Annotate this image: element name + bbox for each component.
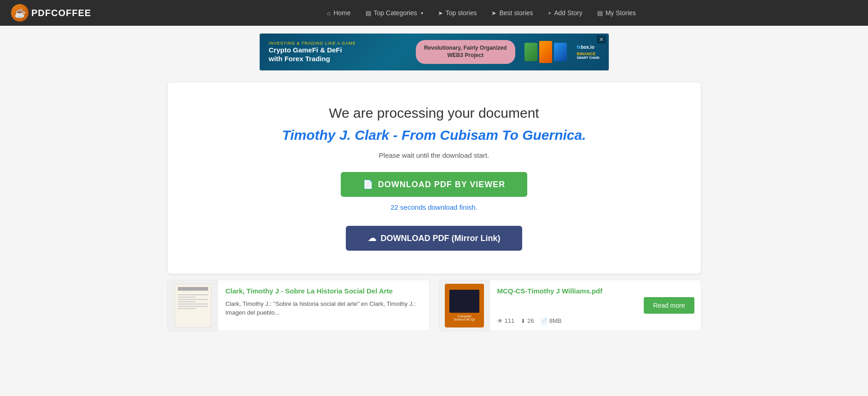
categories-icon: ▤ — [366, 10, 371, 17]
nav-top-stories[interactable]: ➤ Top stories — [431, 6, 484, 20]
ad-card-1 — [524, 43, 537, 61]
story-card-2: ComputerScience MCQs MCQ-CS-Timothy J Wi… — [439, 280, 701, 331]
related-section: Clark, Timothy J - Sobre La Historia Soc… — [0, 280, 868, 350]
mirror-download-icon: ☁ — [368, 233, 376, 243]
story-card-1: Clark, Timothy J - Sobre La Historia Soc… — [167, 280, 430, 331]
wait-text: Please wait until the download start. — [186, 151, 682, 159]
story-thumbnail-1 — [168, 280, 218, 331]
file-size: 8MB — [549, 317, 562, 324]
processing-title: We are processing your document — [186, 105, 682, 121]
download-icon: 📄 — [363, 179, 373, 189]
ad-banner-container: ✕ INVESTING & TRADING LIKE A GAME Crypto… — [0, 26, 868, 76]
story-meta-2: 👁 111 ⬇ 26 📄 8MB — [497, 317, 637, 324]
ad-logos: fxbox.io BINANCE SMART CHAIN — [577, 45, 600, 59]
story-title-2[interactable]: MCQ-CS-Timothy J Williams.pdf — [497, 287, 637, 296]
ad-card-images — [524, 41, 567, 63]
main-content: We are processing your document Timothy … — [0, 76, 868, 280]
meta-views: 👁 111 — [497, 317, 515, 324]
best-stories-icon: ➤ — [491, 10, 496, 17]
top-stories-icon: ➤ — [438, 10, 443, 17]
nav-categories-label: Top Categories — [374, 9, 417, 17]
chevron-down-icon: ▾ — [421, 11, 423, 16]
nav-my-stories-label: My Stories — [606, 9, 636, 17]
file-icon: 📄 — [541, 318, 548, 324]
nav-top-categories[interactable]: ▤ Top Categories ▾ — [359, 6, 430, 20]
meta-downloads: ⬇ 26 — [521, 317, 534, 324]
ad-small-text: INVESTING & TRADING LIKE A GAME — [269, 41, 407, 46]
nav-best-stories[interactable]: ➤ Best stories — [485, 6, 539, 20]
nav-best-stories-label: Best stories — [499, 9, 533, 17]
eye-icon: 👁 — [497, 318, 503, 324]
my-stories-icon: ▤ — [597, 10, 603, 17]
read-more-button[interactable]: Read more — [644, 297, 694, 314]
story-title-1[interactable]: Clark, Timothy J - Sobre La Historia Soc… — [226, 287, 422, 296]
ad-right-section: fxbox.io BINANCE SMART CHAIN — [524, 41, 600, 63]
nav-top-stories-label: Top stories — [446, 9, 477, 17]
nav-home[interactable]: ⌂ Home — [320, 6, 357, 20]
download-count-icon: ⬇ — [521, 318, 525, 324]
download-pdf-viewer-button[interactable]: 📄 DOWNLOAD PDF BY VIEWER — [341, 172, 528, 197]
meta-size: 📄 8MB — [541, 317, 562, 324]
ad-logo-binance: BINANCE SMART CHAIN — [577, 52, 600, 59]
navbar: ☕ PDFCOFFEE ⌂ Home ▤ Top Categories ▾ ➤ … — [0, 0, 868, 26]
home-icon: ⌂ — [327, 10, 331, 17]
story-thumbnail-2: ComputerScience MCQs — [439, 280, 490, 331]
ad-banner[interactable]: ✕ INVESTING & TRADING LIKE A GAME Crypto… — [259, 33, 609, 71]
ad-cta-button[interactable]: Revolutionary, Fairly Organized WEB3 Pro… — [416, 40, 515, 63]
brand-logo-icon: ☕ — [11, 4, 29, 22]
views-count: 111 — [505, 317, 515, 324]
ad-close-button[interactable]: ✕ — [597, 35, 606, 44]
brand-name: PDFCOFFEE — [31, 8, 91, 18]
ad-logo-fxbox: fxbox.io — [577, 45, 600, 50]
processing-card: We are processing your document Timothy … — [167, 82, 701, 274]
ad-card-3 — [554, 43, 567, 61]
thumb-computer-icon: ComputerScience MCQs — [445, 284, 484, 327]
nav-links: ⌂ Home ▤ Top Categories ▾ ➤ Top stories … — [106, 6, 857, 20]
download-mirror-button[interactable]: ☁ DOWNLOAD PDF (Mirror Link) — [346, 226, 523, 251]
story-excerpt-1: Clark, Timothy J.: "Sobre la historia so… — [226, 299, 422, 325]
story-info-2: MCQ-CS-Timothy J Williams.pdf 👁 111 ⬇ 26… — [490, 280, 644, 331]
document-title: Timothy J. Clark - From Cubisam To Guern… — [186, 127, 682, 143]
nav-add-story[interactable]: + Add Story — [542, 6, 589, 20]
thumb-paper-icon — [175, 284, 211, 327]
story-info-1: Clark, Timothy J - Sobre La Historia Soc… — [218, 280, 429, 331]
related-grid: Clark, Timothy J - Sobre La Historia Soc… — [167, 280, 701, 331]
countdown-text: 22 seconds download finish. — [186, 203, 682, 211]
ad-main-text: Crypto GameFi & DeFi with Forex Trading — [269, 46, 407, 63]
nav-add-story-label: Add Story — [554, 9, 582, 17]
add-icon: + — [548, 10, 552, 17]
ad-card-2 — [539, 41, 552, 63]
downloads-count: 26 — [527, 317, 534, 324]
ad-text: INVESTING & TRADING LIKE A GAME Crypto G… — [269, 41, 407, 63]
nav-home-label: Home — [333, 9, 350, 17]
brand-logo-link[interactable]: ☕ PDFCOFFEE — [11, 4, 91, 22]
nav-my-stories[interactable]: ▤ My Stories — [591, 6, 642, 20]
